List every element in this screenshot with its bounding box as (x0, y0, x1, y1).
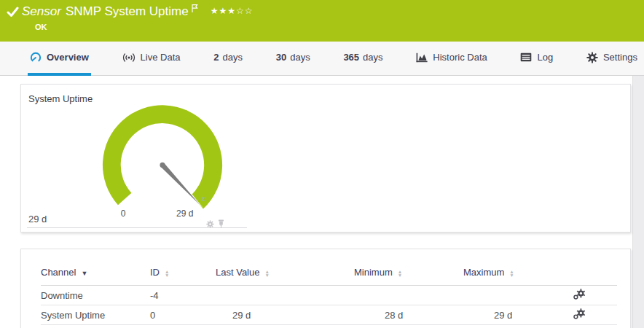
stars-filled[interactable]: ★★★ (211, 6, 236, 16)
gauge-scale-min: 0 (114, 208, 132, 219)
tab-2-days-label: days (222, 52, 242, 63)
page-title: SNMP System Uptime (66, 4, 189, 19)
sensor-type-label: Sensor (22, 4, 61, 19)
tab-live-data[interactable]: Live Data (120, 42, 183, 76)
column-header-channel[interactable]: Channel▼ (41, 267, 150, 286)
sorted-desc-icon[interactable]: ▼ (81, 270, 87, 277)
channel-minimum (354, 286, 463, 305)
channel-id: -4 (150, 286, 216, 305)
table-row-downtime: Downtime -4 (41, 286, 617, 305)
tab-30-days-label: days (290, 52, 310, 63)
tab-365-days-label: days (363, 52, 382, 63)
channel-maximum: 29 d (463, 305, 573, 325)
channel-maximum (463, 286, 573, 305)
stars-empty[interactable]: ☆☆ (236, 6, 254, 16)
tab-log[interactable]: Log (518, 42, 555, 76)
scrollbar-track[interactable] (632, 76, 644, 328)
gauge-title: System Uptime (28, 93, 93, 104)
gear-icon (586, 52, 598, 63)
broadcast-icon (122, 52, 136, 63)
pin-icon[interactable] (218, 218, 224, 231)
column-header-maximum[interactable]: Maximum▲▼ (463, 267, 573, 286)
channel-last-value: 29 d (216, 305, 354, 325)
log-icon (520, 52, 532, 62)
tab-2-days-number: 2 (213, 52, 219, 63)
tab-live-data-label: Live Data (141, 52, 181, 63)
table-header-row: Channel▼ ID▲▼ Last Value▲▼ Minimum▲▼ Max… (41, 267, 617, 286)
tab-settings-label: Settings (603, 52, 637, 63)
gauge-current-value: 29 d (28, 214, 47, 224)
tab-2-days[interactable]: 2 days (211, 42, 245, 76)
channel-id: 0 (150, 305, 216, 325)
channel-settings-icon[interactable] (573, 291, 586, 302)
channels-table: Channel▼ ID▲▼ Last Value▲▼ Minimum▲▼ Max… (41, 267, 617, 325)
channels-panel: Channel▼ ID▲▼ Last Value▲▼ Minimum▲▼ Max… (20, 249, 631, 328)
channel-settings-icon[interactable] (573, 311, 586, 321)
sensor-overview-page: Sensor SNMP System Uptime ★★★☆☆ OK Overv… (0, 0, 644, 328)
mean-marker: x̄ (202, 195, 205, 203)
tab-overview[interactable]: Overview (28, 42, 91, 76)
channel-name[interactable]: Downtime (41, 286, 150, 305)
tab-log-label: Log (537, 52, 553, 63)
column-header-id[interactable]: ID▲▼ (150, 267, 216, 286)
tab-historic-data[interactable]: Historic Data (414, 42, 489, 76)
channel-last-value (216, 286, 354, 305)
tab-overview-label: Overview (47, 52, 89, 63)
status-check-icon (7, 7, 19, 20)
channel-name[interactable]: System Uptime (41, 305, 150, 325)
sort-icon[interactable]: ▲▼ (509, 270, 514, 277)
gauge-scale-max: 29 d (176, 208, 193, 219)
tab-settings[interactable]: Settings (584, 42, 640, 76)
tab-30-days-number: 30 (276, 52, 286, 63)
uptime-gauge (84, 94, 241, 228)
tab-bar: Overview Live Data 2 days 30 days 365 da… (0, 42, 644, 76)
sort-icon[interactable]: ▲▼ (264, 270, 269, 277)
content-area: System Uptime x̄ 0 29 d 29 d (0, 76, 644, 328)
sort-icon[interactable]: ▲▼ (398, 270, 402, 277)
priority-stars[interactable]: ★★★☆☆ (211, 6, 254, 16)
tab-365-days-number: 365 (343, 52, 359, 63)
tab-historic-data-label: Historic Data (433, 52, 487, 63)
sensor-header: Sensor SNMP System Uptime ★★★☆☆ OK (0, 0, 644, 42)
status-badge: OK (35, 23, 47, 31)
gauge-icon (30, 52, 42, 63)
gauge-settings-gear-icon[interactable] (206, 218, 214, 231)
channel-minimum: 28 d (354, 305, 463, 325)
chart-icon (416, 52, 428, 63)
tab-30-days[interactable]: 30 days (274, 42, 313, 76)
sort-icon[interactable]: ▲▼ (165, 270, 169, 277)
column-header-minimum[interactable]: Minimum▲▼ (354, 267, 463, 286)
table-row-system-uptime: System Uptime 0 29 d 28 d 29 d (41, 305, 617, 325)
column-header-last-value[interactable]: Last Value▲▼ (216, 267, 354, 286)
flag-icon[interactable] (191, 3, 199, 16)
gauge-panel: System Uptime x̄ 0 29 d 29 d (20, 84, 631, 233)
tab-365-days[interactable]: 365 days (341, 42, 385, 76)
